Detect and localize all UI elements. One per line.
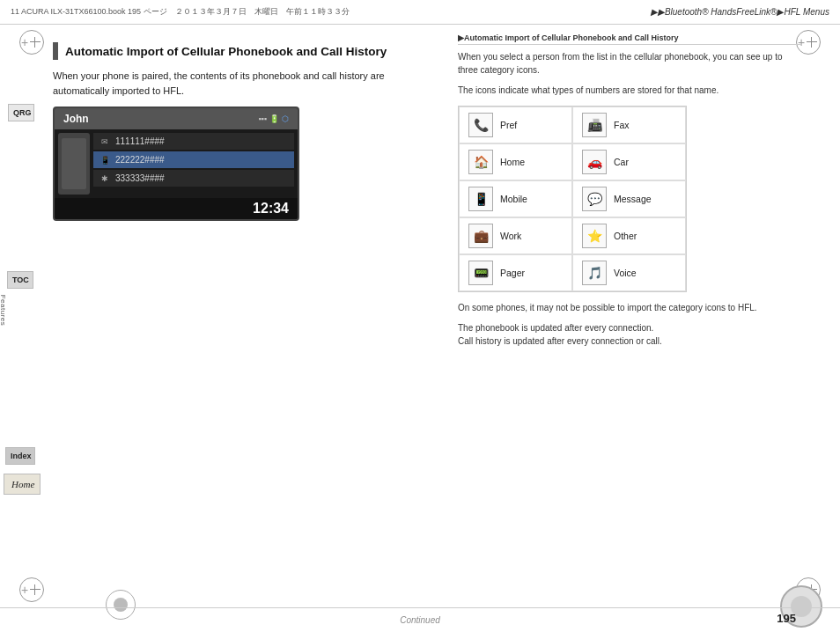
phone-entry-2: 📱 222222####	[93, 151, 294, 168]
icon-label-message: Message	[614, 194, 652, 204]
icon-box-pager: 📟	[468, 261, 493, 285]
phone-time: 12:34	[55, 198, 298, 219]
phone-entry-1: ✉ 111111####	[93, 133, 294, 150]
phone-header: John ▪▪▪ 🔋 ⬡	[55, 108, 298, 129]
bluetooth-header: ▶▶Bluetooth® HandsFreeLink®▶HFL Menus	[651, 7, 829, 17]
right-text-1: When you select a person from the list i…	[458, 50, 801, 77]
continued-text: Continued	[400, 615, 440, 625]
icon-label-home: Home	[500, 157, 525, 167]
right-content: ▶Automatic Import of Cellular Phonebook …	[458, 33, 801, 355]
phone-entry-icon-3: ✱	[99, 174, 111, 183]
content-area: QRG TOC Features Index Home Automatic Im…	[53, 25, 840, 607]
icon-cell-work: 💼 Work	[459, 217, 572, 254]
icon-box-other: ⭐	[582, 224, 607, 248]
icon-cell-pref: 📞 Pref	[459, 107, 572, 143]
icon-box-car: 🚗	[582, 150, 607, 174]
icon-label-other: Other	[614, 231, 637, 241]
icon-label-car: Car	[614, 157, 629, 167]
icon-label-pref: Pref	[500, 120, 517, 130]
bottom-bar: Continued	[0, 607, 840, 632]
icon-box-fax: 📠	[582, 113, 607, 137]
sidebar-tab-toc[interactable]: TOC	[7, 271, 33, 289]
phone-entry-icon-2: 📱	[99, 156, 111, 165]
section-header: Automatic Import of Cellular Phonebook a…	[53, 42, 440, 60]
body-text: When your phone is paired, the contents …	[53, 69, 440, 98]
sidebar-tab-index[interactable]: Index	[5, 447, 35, 465]
top-bar: 11 ACURA ILX-31TX66100.book 195 ページ ２０１３…	[0, 0, 840, 25]
main-content: Automatic Import of Cellular Phonebook a…	[53, 33, 440, 230]
phone-contact-name: John	[63, 113, 89, 125]
phone-entry-icon-1: ✉	[99, 137, 111, 146]
phone-thumbnail	[58, 133, 90, 195]
features-label: Features	[0, 295, 7, 327]
phone-status-icons: ▪▪▪ 🔋 ⬡	[258, 114, 289, 123]
sidebar-tab-qrg[interactable]: QRG	[8, 104, 34, 121]
icon-cell-message: 💬 Message	[572, 180, 686, 217]
icon-box-home: 🏠	[468, 150, 493, 174]
icon-label-work: Work	[500, 231, 521, 241]
icon-box-message: 💬	[582, 187, 607, 211]
phone-mockup: John ▪▪▪ 🔋 ⬡ ✉ 111111####	[53, 107, 299, 221]
icon-cell-pager: 📟 Pager	[459, 254, 572, 291]
sidebar-tab-home[interactable]: Home	[4, 474, 41, 495]
phone-thumb-image	[62, 138, 86, 189]
page: 11 ACURA ILX-31TX66100.book 195 ページ ２０１３…	[0, 0, 840, 632]
icon-label-pager: Pager	[500, 268, 525, 278]
section-bar-decoration	[53, 42, 58, 60]
phone-entry-text-2: 222222####	[115, 155, 165, 165]
icon-label-voice: Voice	[614, 268, 637, 278]
phone-entry-3: ✱ 333333####	[93, 170, 294, 187]
icon-grid: 📞 Pref 📠 Fax 🏠 Home 🚗 Car	[458, 106, 687, 292]
header-file-text: 11 ACURA ILX-31TX66100.book 195 ページ ２０１３…	[11, 6, 350, 18]
icon-box-work: 💼	[468, 224, 493, 248]
icon-box-voice: 🎵	[582, 261, 607, 285]
corner-crosshair-bl	[19, 577, 44, 602]
icon-cell-fax: 📠 Fax	[572, 107, 686, 143]
right-text-3: On some phones, it may not be possible t…	[458, 301, 801, 314]
phone-entry-text-3: 333333####	[115, 173, 165, 183]
icon-cell-other: ⭐ Other	[572, 217, 686, 254]
icon-label-mobile: Mobile	[500, 194, 527, 204]
right-text-4: The phonebook is updated after every con…	[458, 321, 801, 348]
icon-cell-mobile: 📱 Mobile	[459, 180, 572, 217]
phone-entry-text-1: 111111####	[115, 136, 165, 146]
icon-box-mobile: 📱	[468, 187, 493, 211]
section-title: Automatic Import of Cellular Phonebook a…	[65, 45, 387, 58]
phone-entries: ✉ 111111#### 📱 222222#### ✱ 333333####	[93, 133, 294, 195]
icon-cell-home: 🏠 Home	[459, 143, 572, 180]
icon-box-pref: 📞	[468, 113, 493, 137]
corner-crosshair-tl	[19, 30, 44, 55]
icon-cell-car: 🚗 Car	[572, 143, 686, 180]
right-note-header: ▶Automatic Import of Cellular Phonebook …	[458, 33, 801, 45]
sidebar: QRG	[7, 104, 35, 121]
phone-body: ✉ 111111#### 📱 222222#### ✱ 333333####	[55, 129, 298, 198]
page-number: 195	[777, 612, 796, 625]
icon-cell-voice: 🎵 Voice	[572, 254, 686, 291]
right-text-2: The icons indicate what types of numbers…	[458, 84, 801, 97]
icon-label-fax: Fax	[614, 120, 630, 130]
